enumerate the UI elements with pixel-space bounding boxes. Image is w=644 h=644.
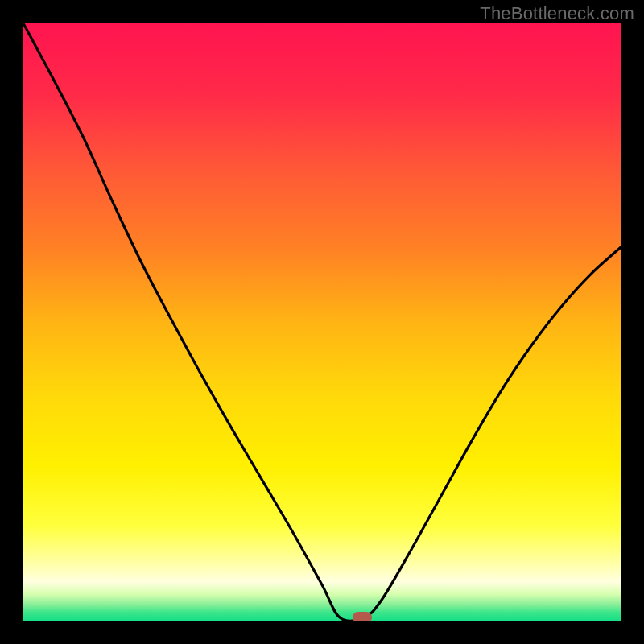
- optimal-point-marker: [353, 612, 372, 621]
- attribution-text: TheBottleneck.com: [480, 3, 634, 24]
- plot-area: [23, 23, 621, 621]
- bottleneck-curve: [23, 23, 621, 621]
- chart-frame: TheBottleneck.com: [0, 0, 644, 644]
